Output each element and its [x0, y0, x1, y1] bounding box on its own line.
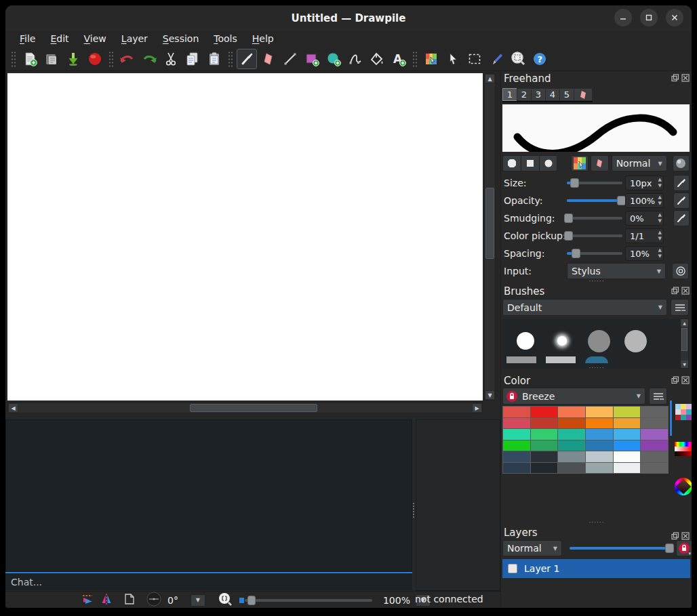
- freehand-tool-icon[interactable]: [237, 49, 257, 69]
- float-panel-icon[interactable]: [671, 376, 679, 384]
- color-pickup-spinbox[interactable]: 1/1▲▼: [625, 228, 664, 243]
- layer-visibility-checkbox[interactable]: [508, 564, 517, 573]
- paste-icon[interactable]: [204, 49, 224, 69]
- reset-view-icon[interactable]: [123, 593, 135, 608]
- smudging-pressure-button[interactable]: [673, 210, 690, 226]
- annotation-tool-icon[interactable]: A: [389, 49, 409, 69]
- color-swatch-32[interactable]: [531, 463, 558, 474]
- spacing-spinbox[interactable]: 10%▲▼: [625, 246, 664, 261]
- pick-color-mode-button[interactable]: [571, 155, 589, 171]
- ellipse-tool-icon[interactable]: [323, 49, 344, 69]
- menu-edit[interactable]: Edit: [44, 32, 75, 45]
- brush-preset-3[interactable]: [585, 325, 612, 356]
- color-swatch-8[interactable]: [531, 418, 558, 429]
- float-panel-icon[interactable]: [671, 287, 679, 295]
- layer-opacity-handle[interactable]: [665, 543, 674, 553]
- color-swatch-21[interactable]: [558, 440, 585, 451]
- toolbar-drag-handle[interactable]: [412, 51, 418, 67]
- scroll-up-icon[interactable]: ▲: [485, 74, 495, 83]
- color-swatch-20[interactable]: [531, 440, 558, 451]
- flip-vertical-icon[interactable]: [100, 593, 113, 608]
- size-slider[interactable]: [567, 182, 622, 184]
- zoom-tool-icon[interactable]: [508, 49, 528, 69]
- brush-menu-button[interactable]: [671, 299, 689, 316]
- square-brush-mode-button[interactable]: [521, 155, 539, 171]
- rotation-dial-icon[interactable]: [146, 591, 162, 609]
- spacing-slider-handle[interactable]: [572, 249, 580, 258]
- zoom-slider[interactable]: [245, 599, 372, 602]
- menu-layer[interactable]: Layer: [115, 32, 154, 45]
- zoom-slider-handle[interactable]: [247, 596, 256, 605]
- color-swatch-36[interactable]: [641, 463, 668, 474]
- rectangle-tool-icon[interactable]: [302, 49, 322, 69]
- spacing-slider[interactable]: [567, 252, 622, 255]
- chat-input[interactable]: [5, 573, 412, 590]
- size-spinbox[interactable]: 10px▲▼: [625, 176, 664, 190]
- color-swatch-13[interactable]: [503, 429, 530, 440]
- layer-blend-mode-dropdown[interactable]: Normal▼: [502, 540, 562, 556]
- brush-grid-scrollbar[interactable]: ▲ ▼: [680, 319, 689, 369]
- size-pressure-button[interactable]: [673, 175, 690, 191]
- layer-row[interactable]: Layer 1: [502, 559, 690, 578]
- color-swatch-9[interactable]: [558, 418, 585, 429]
- help-icon[interactable]: ?: [530, 49, 550, 69]
- download-icon[interactable]: [63, 49, 83, 69]
- toolbar-drag-handle[interactable]: [11, 51, 16, 67]
- color-swatch-5[interactable]: [614, 407, 641, 417]
- layer-opacity-slider[interactable]: [570, 547, 673, 550]
- brush-slot-eraser[interactable]: [574, 88, 593, 101]
- line-tool-icon[interactable]: [280, 49, 300, 69]
- zoom-reset-icon[interactable]: [218, 592, 233, 609]
- laser-pointer-tool-icon[interactable]: [486, 49, 506, 69]
- menu-file[interactable]: File: [14, 32, 41, 45]
- cut-icon[interactable]: [161, 49, 181, 69]
- color-swatch-23[interactable]: [614, 440, 641, 451]
- color-swatch-3[interactable]: [558, 407, 585, 417]
- new-image-icon[interactable]: [20, 49, 40, 69]
- brush-preset-partial-5[interactable]: [506, 356, 536, 363]
- userlist-splitter-handle[interactable]: [412, 497, 416, 524]
- color-pickup-slider[interactable]: [567, 234, 622, 237]
- brush-slot-4[interactable]: 4: [545, 88, 559, 101]
- color-swatch-15[interactable]: [558, 429, 585, 440]
- color-swatch-35[interactable]: [614, 463, 641, 474]
- float-panel-icon[interactable]: [671, 532, 679, 540]
- sliders-tab-icon[interactable]: [675, 441, 692, 460]
- brush-slot-3[interactable]: 3: [531, 88, 545, 101]
- palette-menu-button[interactable]: [649, 388, 667, 405]
- color-swatch-17[interactable]: [614, 429, 641, 440]
- menu-session[interactable]: Session: [157, 32, 205, 45]
- scroll-down-icon[interactable]: ▼: [485, 390, 495, 400]
- menu-view[interactable]: View: [78, 32, 113, 45]
- bezier-tool-icon[interactable]: [345, 49, 365, 69]
- blend-mode-dropdown[interactable]: Normal▼: [612, 155, 667, 171]
- open-image-icon[interactable]: [41, 49, 62, 69]
- color-swatch-30[interactable]: [641, 451, 668, 462]
- color-swatch-18[interactable]: [641, 429, 668, 440]
- brush-slot-2[interactable]: 2: [517, 88, 531, 101]
- canvas-vertical-scrollbar[interactable]: ▲ ▼: [484, 73, 496, 401]
- hard-edge-mode-button[interactable]: [502, 155, 521, 171]
- color-swatch-29[interactable]: [614, 451, 641, 462]
- color-swatch-10[interactable]: [586, 418, 613, 429]
- input-settings-button[interactable]: [672, 263, 689, 279]
- color-pickup-slider-handle[interactable]: [564, 231, 573, 241]
- color-swatch-26[interactable]: [531, 451, 558, 462]
- color-swatch-22[interactable]: [586, 440, 613, 451]
- toolbar-drag-handle[interactable]: [108, 51, 114, 67]
- panel-splitter[interactable]: ······: [501, 520, 692, 525]
- brush-preset-partial-7[interactable]: [585, 356, 608, 363]
- color-swatch-19[interactable]: [503, 440, 530, 451]
- color-wheel-tab-icon[interactable]: [675, 478, 692, 495]
- brush-slot-5[interactable]: 5: [559, 88, 574, 101]
- float-panel-icon[interactable]: [671, 74, 679, 82]
- brush-preset-partial-6[interactable]: [546, 356, 576, 363]
- panel-splitter[interactable]: ······: [501, 279, 692, 284]
- opacity-pressure-button[interactable]: [673, 192, 690, 209]
- color-swatch-24[interactable]: [641, 440, 668, 451]
- color-swatch-6[interactable]: [641, 407, 668, 417]
- close-button[interactable]: [666, 9, 683, 26]
- scroll-right-icon[interactable]: ▶: [472, 403, 482, 413]
- panel-splitter[interactable]: ······: [501, 365, 692, 371]
- color-swatch-1[interactable]: [503, 407, 530, 417]
